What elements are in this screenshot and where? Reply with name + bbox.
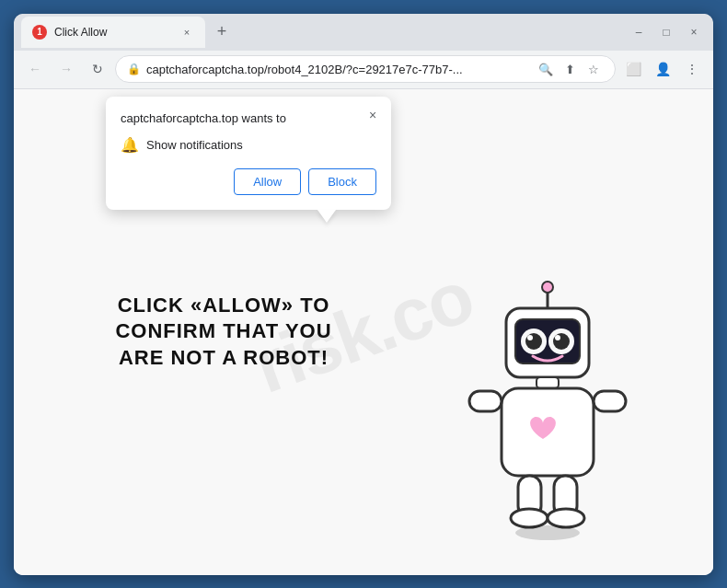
url-text: captchaforcaptcha.top/robot4_2102B/?c=29… bbox=[146, 63, 530, 76]
svg-point-17 bbox=[548, 509, 584, 527]
show-notifications-label: Show notifications bbox=[146, 138, 243, 152]
share-icon[interactable]: ⬆ bbox=[560, 59, 580, 79]
tab-favicon: 1 bbox=[32, 25, 47, 40]
address-bar-row: ← → ↻ 🔒 captchaforcaptcha.top/robot4_210… bbox=[14, 51, 713, 89]
back-button[interactable]: ← bbox=[21, 55, 49, 83]
browser-window: 1 Click Allow × + – □ × ← → ↻ 🔒 captchaf… bbox=[14, 14, 713, 575]
popup-action-buttons: Allow Block bbox=[121, 168, 376, 195]
address-icons: 🔍 ⬆ ☆ bbox=[536, 59, 604, 79]
svg-point-7 bbox=[553, 333, 570, 350]
forward-button[interactable]: → bbox=[52, 55, 80, 83]
svg-point-9 bbox=[555, 335, 560, 340]
tab-close-button[interactable]: × bbox=[179, 25, 194, 40]
allow-button[interactable]: Allow bbox=[234, 168, 301, 195]
svg-rect-10 bbox=[537, 377, 559, 388]
tab-title: Click Allow bbox=[54, 26, 172, 39]
bell-icon: 🔔 bbox=[121, 136, 139, 154]
popup-notification-row: 🔔 Show notifications bbox=[121, 136, 376, 154]
maximize-button[interactable]: □ bbox=[654, 20, 678, 44]
svg-rect-12 bbox=[469, 391, 502, 411]
extensions-icon[interactable]: ⬜ bbox=[619, 55, 647, 83]
captcha-message: CLICK «ALLOW» TO CONFIRM THAT YOU ARE NO… bbox=[76, 293, 371, 372]
search-icon[interactable]: 🔍 bbox=[536, 59, 556, 79]
svg-rect-13 bbox=[594, 391, 626, 411]
svg-point-16 bbox=[511, 509, 548, 527]
tab-area: 1 Click Allow × + bbox=[21, 14, 616, 51]
address-bar[interactable]: 🔒 captchaforcaptcha.top/robot4_2102B/?c=… bbox=[115, 55, 616, 83]
svg-point-6 bbox=[525, 333, 542, 350]
lock-icon: 🔒 bbox=[127, 63, 141, 75]
toolbar-icons: ⬜ 👤 ⋮ bbox=[619, 55, 706, 83]
svg-point-1 bbox=[542, 282, 553, 293]
svg-point-18 bbox=[515, 525, 580, 540]
active-tab[interactable]: 1 Click Allow × bbox=[21, 17, 205, 48]
page-content: risk.co CLICK «ALLOW» TO CONFIRM THAT YO… bbox=[14, 89, 713, 575]
captcha-line2: ARE NOT A ROBOT! bbox=[119, 346, 329, 369]
notification-popup: × captchaforcaptcha.top wants to 🔔 Show … bbox=[106, 97, 391, 210]
robot-illustration bbox=[456, 281, 658, 575]
popup-title: captchaforcaptcha.top wants to bbox=[121, 111, 376, 125]
refresh-button[interactable]: ↻ bbox=[84, 55, 111, 83]
captcha-line1: CLICK «ALLOW» TO CONFIRM THAT YOU bbox=[115, 294, 331, 343]
svg-point-8 bbox=[527, 335, 533, 340]
close-button[interactable]: × bbox=[682, 20, 706, 44]
block-button[interactable]: Block bbox=[308, 168, 376, 195]
bookmark-icon[interactable]: ☆ bbox=[583, 59, 604, 79]
page-background: risk.co CLICK «ALLOW» TO CONFIRM THAT YO… bbox=[14, 89, 713, 575]
popup-tail bbox=[317, 210, 336, 223]
new-tab-button[interactable]: + bbox=[209, 19, 235, 45]
menu-icon[interactable]: ⋮ bbox=[678, 55, 706, 83]
window-controls: – □ × bbox=[619, 20, 706, 44]
minimize-button[interactable]: – bbox=[627, 20, 651, 44]
profile-icon[interactable]: 👤 bbox=[649, 55, 676, 83]
title-bar: 1 Click Allow × + – □ × bbox=[14, 14, 713, 51]
popup-close-button[interactable]: × bbox=[364, 106, 382, 124]
